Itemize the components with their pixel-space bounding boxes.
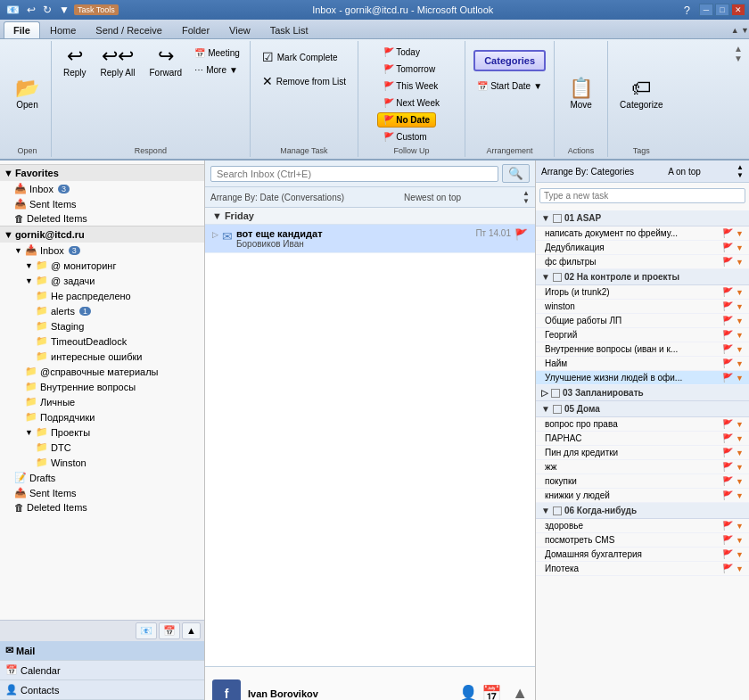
sidebar-item-interesting[interactable]: 📁 интересные ошибки: [0, 349, 204, 364]
more-button[interactable]: ⋯ More ▼: [190, 62, 244, 78]
sidebar-nav-icon3[interactable]: ▲: [182, 622, 201, 639]
search-input[interactable]: [210, 166, 498, 182]
task-section-06[interactable]: ▼ 06 Когда-нибудь: [536, 503, 749, 519]
ribbon-down-icon[interactable]: ▼: [734, 54, 743, 63]
task-uluchshenie-flag[interactable]: 🚩: [722, 373, 733, 383]
sidebar-item-deleted[interactable]: 🗑 Deleted Items: [0, 500, 204, 515]
preview-calendar-icon[interactable]: 📅: [482, 684, 501, 701]
meeting-button[interactable]: 📅 Meeting: [190, 45, 244, 61]
categorize-button[interactable]: 🏷 Categorize: [613, 75, 669, 113]
no-date-button[interactable]: 🚩 No Date: [377, 112, 436, 128]
task-section-01[interactable]: ▼ 01 ASAP: [536, 210, 749, 226]
start-date-button[interactable]: 📅 Start Date ▼: [473, 78, 547, 94]
task-item-georgiy[interactable]: Георгий 🚩 ▼: [536, 328, 749, 342]
new-task-input[interactable]: [539, 188, 745, 203]
task-naim-flag[interactable]: 🚩: [722, 358, 733, 368]
close-button[interactable]: ✕: [731, 4, 745, 16]
qa-dropdown[interactable]: ▼: [56, 3, 72, 17]
preview-expand-icon[interactable]: ▲: [512, 684, 528, 700]
sort-up-icon[interactable]: ▲: [523, 189, 530, 197]
mark-complete-button[interactable]: ☑ Mark Complete: [256, 46, 345, 68]
sidebar-item-dtc[interactable]: 📁 DTC: [0, 440, 204, 455]
task-section-05[interactable]: ▼ 05 Дома: [536, 401, 749, 417]
task-section-02[interactable]: ▼ 02 На контроле и проекты: [536, 269, 749, 285]
open-button[interactable]: 📂 Open: [9, 75, 45, 113]
task-section-03[interactable]: ▷ 03 Запланировать: [536, 385, 749, 401]
move-button[interactable]: 📋 Move: [563, 75, 599, 113]
task-item-zhzh[interactable]: жж 🚩 ▼: [536, 460, 749, 474]
task-item-knizhki[interactable]: книжки у людей 🚩 ▼: [536, 489, 749, 503]
task-dedup-flag[interactable]: 🚩: [722, 243, 733, 252]
sidebar-item-winston[interactable]: 📁 Winston: [0, 455, 204, 470]
sort-down-icon[interactable]: ▼: [523, 197, 530, 205]
tab-folder[interactable]: Folder: [172, 21, 219, 38]
sidebar-item-timeout[interactable]: 📁 TimeoutDeadlock: [0, 334, 204, 349]
nav-mail[interactable]: ✉ Mail: [0, 641, 204, 661]
task-item-cms[interactable]: посмотреть CMS 🚩 ▼: [536, 533, 749, 548]
sidebar-item-alerts[interactable]: 📁 alerts 1: [0, 303, 204, 318]
task-zhzh-flag[interactable]: 🚩: [722, 462, 733, 472]
task-item-filters[interactable]: фс фильтры 🚩 ▼: [536, 255, 749, 269]
task-item-prava[interactable]: вопрос про права 🚩 ▼: [536, 417, 749, 432]
reply-all-button[interactable]: ↩↩ Reply All: [95, 43, 142, 81]
next-week-button[interactable]: 🚩 Next Week: [377, 95, 446, 111]
task-sort-up[interactable]: ▲: [737, 163, 744, 171]
task-item-pin[interactable]: Пин для кредитки 🚩 ▼: [536, 446, 749, 460]
tab-file[interactable]: File: [4, 21, 40, 38]
undo-button[interactable]: ↩: [24, 3, 38, 17]
task-item-dedup[interactable]: Дедубликация 🚩 ▼: [536, 241, 749, 255]
task-knizhki-flag[interactable]: 🚩: [722, 490, 733, 500]
email-item-0[interactable]: ▷ ✉ вот еще кандидат Боровиков Иван Пт 1…: [205, 225, 535, 253]
sidebar-item-drafts[interactable]: 📝 Drafts: [0, 470, 204, 485]
task-item-napisat[interactable]: написать документ по фрейму... 🚩 ▼: [536, 226, 749, 241]
remove-from-list-button[interactable]: ✕ Remove from List: [256, 70, 352, 92]
sidebar-nav-icon1[interactable]: 📧: [136, 622, 157, 639]
minimize-button[interactable]: ─: [699, 4, 713, 16]
custom-button[interactable]: 🚩 Custom: [377, 129, 432, 144]
task-buhg-flag[interactable]: 🚩: [722, 549, 733, 559]
reply-button[interactable]: ↩ Reply: [57, 43, 93, 81]
task-item-igor[interactable]: Игорь (и trunk2) 🚩 ▼: [536, 285, 749, 300]
preview-photo-icon[interactable]: 👤: [458, 684, 478, 701]
task-item-buhg[interactable]: Домашняя бухгалтерия 🚩 ▼: [536, 548, 749, 562]
forward-button[interactable]: ↪ Forward: [143, 43, 188, 81]
task-filters-flag[interactable]: 🚩: [722, 257, 733, 267]
task-item-zdorovye[interactable]: здоровье 🚩 ▼: [536, 519, 749, 533]
sidebar-item-sent-fav[interactable]: 📤 Sent Items: [0, 196, 204, 211]
sidebar-item-staging[interactable]: 📁 Staging: [0, 318, 204, 334]
task-ipoteka-flag[interactable]: 🚩: [722, 564, 733, 573]
favorites-section[interactable]: ▼ Favorites: [0, 164, 204, 181]
sidebar-item-deleted-fav[interactable]: 🗑 Deleted Items: [0, 211, 204, 226]
task-sort-down[interactable]: ▼: [737, 171, 744, 179]
sidebar-item-ne-rasp[interactable]: 📁 Не распределено: [0, 288, 204, 303]
tab-task-list[interactable]: Task List: [260, 21, 318, 38]
task-igor-flag[interactable]: 🚩: [722, 287, 733, 297]
task-item-uluchshenie[interactable]: Улучшение жизни людей в офи... 🚩 ▼: [536, 371, 749, 385]
task-prava-flag[interactable]: 🚩: [722, 419, 733, 429]
redo-button[interactable]: ↻: [40, 3, 54, 17]
sidebar-item-contractors[interactable]: 📁 Подрядчики: [0, 409, 204, 424]
sidebar-item-monitoring[interactable]: ▼ 📁 @ мониторинг: [0, 258, 204, 273]
tab-send-receive[interactable]: Send / Receive: [86, 21, 172, 38]
tab-view[interactable]: View: [219, 21, 260, 38]
task-winston-flag[interactable]: 🚩: [722, 301, 733, 311]
task-item-vnutr[interactable]: Внутренние вопросы (иван и к... 🚩 ▼: [536, 342, 749, 357]
today-button[interactable]: 🚩 Today: [377, 45, 426, 60]
task-georgiy-flag[interactable]: 🚩: [722, 330, 733, 340]
search-button[interactable]: 🔍: [502, 164, 530, 183]
task-napisat-flag[interactable]: 🚩: [722, 228, 733, 238]
task-item-pokupki[interactable]: покупки 🚩 ▼: [536, 474, 749, 489]
sidebar-item-personal[interactable]: 📁 Личные: [0, 394, 204, 409]
tomorrow-button[interactable]: 🚩 Tomorrow: [377, 62, 441, 77]
task-item-parnas[interactable]: ПАРНАС 🚩 ▼: [536, 432, 749, 446]
tab-home[interactable]: Home: [40, 21, 86, 38]
task-pin-flag[interactable]: 🚩: [722, 448, 733, 457]
task-parnas-flag[interactable]: 🚩: [722, 433, 733, 443]
task-item-ipoteka[interactable]: Ипотека 🚩 ▼: [536, 562, 749, 576]
sidebar-item-projects[interactable]: ▼ 📁 Проекты: [0, 424, 204, 440]
account-section[interactable]: ▼ gornik@itcd.ru: [0, 226, 204, 243]
ribbon-up-icon[interactable]: ▲: [734, 44, 743, 54]
task-item-naim[interactable]: Найм 🚩 ▼: [536, 357, 749, 371]
this-week-button[interactable]: 🚩 This Week: [377, 78, 444, 94]
sidebar-item-inbox[interactable]: ▼ 📥 Inbox 3: [0, 243, 204, 258]
